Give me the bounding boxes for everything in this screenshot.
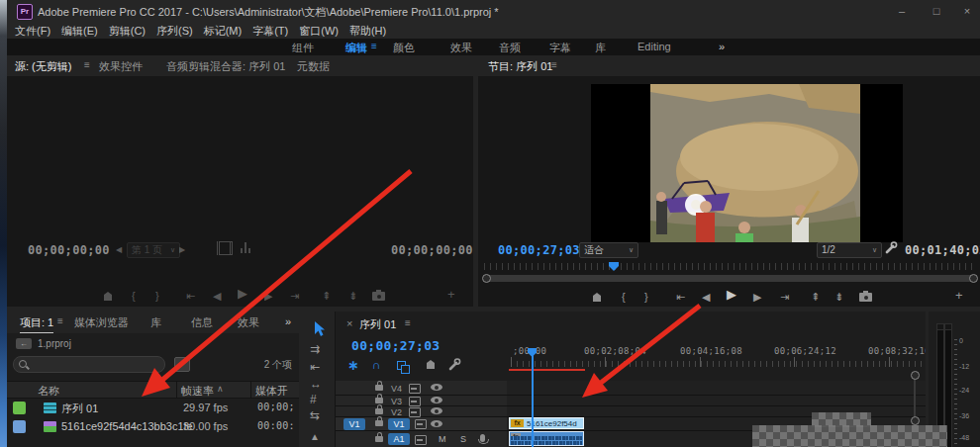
tab-effect-controls[interactable]: 效果控件	[99, 59, 143, 74]
workspace-tab-menu-icon[interactable]: ≡	[371, 41, 377, 51]
snap-magnet-icon[interactable]: ∩	[372, 358, 381, 372]
source-insert-icon[interactable]: ⇞	[322, 289, 331, 303]
sync-lock-icon[interactable]	[409, 397, 421, 406]
track-header-v2[interactable]: V2	[336, 406, 507, 417]
ripple-edit-tool-icon[interactable]: ⇤	[310, 360, 320, 374]
item-name[interactable]: 序列 01	[61, 402, 98, 416]
menu-file[interactable]: 文件(F)	[15, 24, 50, 39]
program-mark-in-icon[interactable]: {	[622, 290, 626, 304]
pen-tool-icon[interactable]: ▲	[310, 431, 320, 442]
track-output-eye-icon[interactable]	[431, 397, 442, 403]
menu-edit[interactable]: 编辑(E)	[61, 24, 98, 39]
source-export-frame-icon[interactable]	[372, 292, 385, 301]
sync-lock-icon[interactable]	[415, 435, 427, 445]
track-output-eye-icon[interactable]	[431, 384, 442, 391]
program-scrollbar-left-handle[interactable]	[482, 274, 491, 283]
source-mark-in-icon[interactable]: {	[132, 289, 136, 303]
tab-audio-clip-mixer[interactable]: 音频剪辑混合器: 序列 01	[166, 59, 285, 74]
workspace-tab-titles[interactable]: 字幕	[549, 41, 571, 55]
timeline-settings-wrench-icon[interactable]	[447, 358, 461, 372]
program-mark-out-icon[interactable]: }	[644, 290, 648, 304]
lock-icon[interactable]	[375, 385, 383, 391]
menu-window[interactable]: 窗口(W)	[299, 24, 339, 39]
drag-audio-only-icon[interactable]	[241, 241, 252, 253]
program-scrub-ticks[interactable]	[484, 263, 975, 270]
column-media-start[interactable]: 媒体开	[255, 384, 288, 399]
source-step-back-icon[interactable]: ◀	[213, 289, 221, 303]
menu-sequence[interactable]: 序列(S)	[156, 24, 193, 39]
column-framerate[interactable]: 帧速率	[181, 384, 214, 399]
sync-lock-icon[interactable]	[409, 407, 421, 417]
source-goto-out-icon[interactable]: ⇥	[290, 289, 299, 303]
program-button-editor-icon[interactable]: +	[955, 289, 963, 303]
program-scrollbar-right-handle[interactable]	[969, 274, 978, 283]
menu-markers[interactable]: 标记(M)	[204, 24, 243, 39]
zoom-level-dropdown[interactable]: 1/2∨	[817, 242, 882, 258]
track-target-a1[interactable]: A1	[388, 433, 410, 445]
timeline-vertical-scrollbar[interactable]	[914, 377, 916, 421]
source-goto-in-icon[interactable]: ⇤	[186, 289, 195, 303]
track-header-v4[interactable]: V4	[336, 381, 507, 396]
workspace-tab-effects[interactable]: 效果	[450, 41, 472, 55]
source-play-icon[interactable]: ▶	[238, 287, 247, 301]
timeline-add-marker-icon[interactable]	[427, 360, 435, 369]
workspace-overflow-icon[interactable]: »	[719, 41, 725, 52]
drag-video-only-icon[interactable]	[217, 241, 233, 255]
scrollbar-handle-bottom[interactable]	[911, 416, 920, 425]
label-color-chip-blue[interactable]	[13, 420, 26, 433]
lock-icon[interactable]	[375, 398, 383, 403]
close-button[interactable]: ×	[956, 4, 978, 19]
workspace-tab-libraries[interactable]: 库	[595, 41, 606, 55]
minimize-button[interactable]: –	[891, 4, 913, 19]
slip-tool-icon[interactable]: ⇆	[310, 408, 320, 422]
item-name[interactable]: 5161ce92f54d4c13bb3c1fe	[61, 420, 193, 432]
project-overflow-icon[interactable]: »	[285, 315, 291, 327]
page-selector-dropdown[interactable]: 第 1 页∨	[127, 242, 180, 258]
track-output-eye-icon[interactable]	[431, 407, 442, 414]
timeline-tab-close-icon[interactable]: ×	[346, 317, 352, 329]
project-panel-menu-icon[interactable]: ≡	[57, 315, 63, 326]
tab-media-browser[interactable]: 媒体浏览器	[74, 315, 129, 330]
tab-effects[interactable]: 效果	[238, 315, 259, 330]
track-target-v1[interactable]: V1	[388, 418, 410, 430]
source-overwrite-icon[interactable]: ⇟	[348, 289, 357, 303]
tab-libraries[interactable]: 库	[150, 315, 161, 330]
track-select-forward-tool-icon[interactable]: ⇉	[310, 342, 320, 356]
source-patch-v1[interactable]: V1	[343, 418, 365, 430]
timeline-panel-menu-icon[interactable]: ≡	[405, 317, 411, 328]
mute-button[interactable]: M	[439, 434, 446, 444]
workspace-tab-assembly[interactable]: 组件	[292, 41, 314, 55]
column-name[interactable]: 名称	[38, 384, 59, 399]
track-header-v1[interactable]: V1 V1	[336, 417, 507, 431]
tab-project[interactable]: 项目: 1	[20, 315, 53, 333]
sort-ascending-icon[interactable]: ∧	[217, 384, 224, 394]
source-step-forward-icon[interactable]: ▶	[264, 289, 272, 303]
program-lift-icon[interactable]: ⇞	[811, 290, 820, 304]
track-header-a1[interactable]: A1 M S	[336, 431, 507, 447]
source-button-editor-icon[interactable]: +	[447, 288, 455, 302]
workspace-tab-editing-en[interactable]: Editing	[637, 41, 671, 52]
menu-help[interactable]: 帮助(H)	[349, 24, 386, 39]
track-lane-v4[interactable]	[507, 381, 926, 396]
program-play-icon[interactable]: ▶	[727, 288, 736, 302]
sync-lock-icon[interactable]	[409, 384, 421, 394]
fit-dropdown[interactable]: 适合∨	[579, 242, 638, 258]
sync-lock-icon[interactable]	[415, 419, 427, 429]
workspace-tab-audio[interactable]: 音频	[499, 41, 521, 55]
workspace-tab-editing-active[interactable]: 编辑	[345, 41, 367, 55]
rate-stretch-tool-icon[interactable]: #	[310, 393, 317, 406]
next-page-icon[interactable]: ▶	[179, 243, 185, 257]
label-color-chip-green[interactable]	[13, 402, 26, 414]
column-divider[interactable]	[250, 382, 251, 398]
folder-up-icon[interactable]: ←	[16, 338, 32, 349]
lock-icon[interactable]	[375, 436, 383, 442]
tab-source[interactable]: 源: (无剪辑)	[15, 59, 71, 77]
lock-icon[interactable]	[375, 408, 383, 414]
project-row-clip[interactable]: 5161ce92f54d4c13bb3c1fe 30.00 fps 00:00:	[7, 417, 299, 436]
rolling-edit-tool-icon[interactable]: ↔	[310, 377, 322, 391]
selection-tool-icon[interactable]	[312, 321, 327, 337]
menu-titles[interactable]: 字幕(T)	[252, 24, 288, 39]
project-row-sequence[interactable]: 序列 01 29.97 fps 00;00;	[7, 399, 299, 417]
prev-page-icon[interactable]: ◀	[116, 243, 122, 257]
workspace-tab-color[interactable]: 颜色	[393, 41, 415, 55]
